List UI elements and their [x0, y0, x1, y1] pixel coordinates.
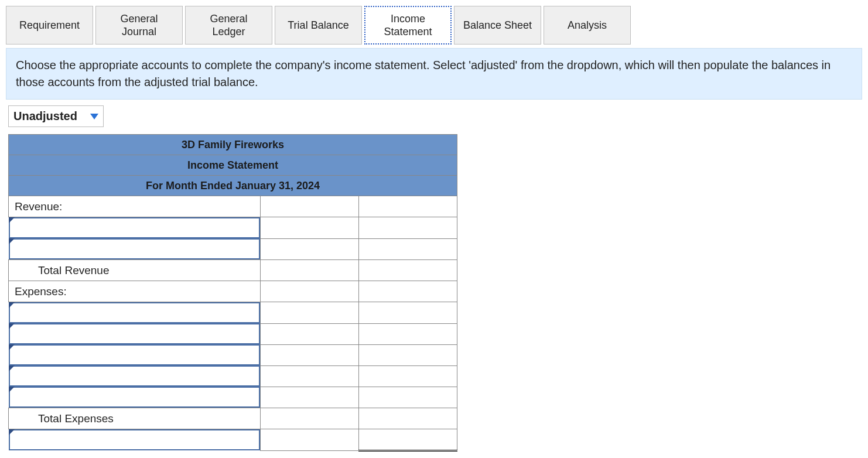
tab-label: General Journal — [120, 12, 158, 39]
total-expenses-label: Total Expenses — [9, 408, 261, 429]
expense-account-select-4[interactable] — [9, 365, 261, 387]
tab-income-statement[interactable]: Income Statement — [364, 6, 452, 45]
total-revenue-amount — [359, 260, 457, 281]
total-revenue-label: Total Revenue — [9, 260, 261, 281]
income-statement-table: 3D Family Fireworks Income Statement For… — [8, 134, 457, 452]
tab-analysis[interactable]: Analysis — [544, 6, 631, 45]
tab-label: Balance Sheet — [463, 19, 532, 32]
revenue-amount-2[interactable] — [261, 238, 359, 260]
tab-label: General Ledger — [210, 12, 247, 39]
cell-blank — [359, 387, 457, 408]
tab-label: Analysis — [568, 19, 607, 32]
total-expenses-amount — [359, 408, 457, 429]
cell-blank — [261, 260, 359, 281]
instruction-text: Choose the appropriate accounts to compl… — [16, 59, 831, 88]
net-income-amount — [359, 429, 457, 451]
tab-general-journal[interactable]: General Journal — [95, 6, 183, 45]
cell-blank — [359, 365, 457, 387]
expense-amount-1[interactable] — [261, 302, 359, 324]
dropdown-marker-icon — [9, 302, 15, 308]
expenses-header: Expenses: — [9, 281, 261, 302]
cell-blank — [359, 281, 457, 302]
dropdown-marker-icon — [9, 429, 15, 435]
tab-trial-balance[interactable]: Trial Balance — [275, 6, 362, 45]
statement-title: Income Statement — [9, 155, 457, 176]
dropdown-marker-icon — [9, 323, 15, 329]
expense-account-select-1[interactable] — [9, 302, 261, 323]
company-name: 3D Family Fireworks — [9, 135, 457, 155]
cell-blank — [359, 217, 457, 239]
cell-blank — [261, 429, 359, 451]
dropdown-marker-icon — [9, 387, 15, 392]
cell-blank — [261, 408, 359, 429]
dropdown-marker-icon — [9, 217, 15, 223]
expense-amount-2[interactable] — [261, 323, 359, 344]
dropdown-label: Unadjusted — [13, 110, 77, 123]
tab-balance-sheet[interactable]: Balance Sheet — [454, 6, 541, 45]
tab-label: Income Statement — [384, 12, 432, 39]
instruction-banner: Choose the appropriate accounts to compl… — [6, 48, 862, 100]
expense-account-select-3[interactable] — [9, 344, 261, 365]
revenue-account-select-2[interactable] — [9, 238, 261, 259]
tab-label: Requirement — [19, 19, 80, 32]
expense-account-select-5[interactable] — [9, 387, 261, 408]
adjustment-dropdown[interactable]: Unadjusted — [8, 105, 104, 127]
cell-blank — [359, 344, 457, 365]
revenue-amount-1[interactable] — [261, 217, 359, 239]
dropdown-marker-icon — [9, 238, 15, 244]
tab-label: Trial Balance — [288, 19, 348, 32]
revenue-account-select-1[interactable] — [9, 217, 261, 238]
revenue-header: Revenue: — [9, 196, 261, 217]
statement-period: For Month Ended January 31, 2024 — [9, 176, 457, 196]
tab-bar: Requirement General Journal General Ledg… — [6, 6, 862, 45]
expense-amount-4[interactable] — [261, 365, 359, 387]
cell-blank — [261, 281, 359, 302]
tab-general-ledger[interactable]: General Ledger — [185, 6, 272, 45]
tab-requirement[interactable]: Requirement — [6, 6, 93, 45]
expense-amount-5[interactable] — [261, 387, 359, 408]
cell-blank — [359, 323, 457, 344]
cell-blank — [261, 196, 359, 217]
net-income-select[interactable] — [9, 429, 261, 450]
cell-blank — [359, 196, 457, 217]
chevron-down-icon — [90, 114, 98, 119]
cell-blank — [359, 238, 457, 260]
dropdown-marker-icon — [9, 344, 15, 350]
cell-blank — [359, 302, 457, 324]
expense-amount-3[interactable] — [261, 344, 359, 365]
expense-account-select-2[interactable] — [9, 323, 261, 344]
dropdown-marker-icon — [9, 365, 15, 371]
